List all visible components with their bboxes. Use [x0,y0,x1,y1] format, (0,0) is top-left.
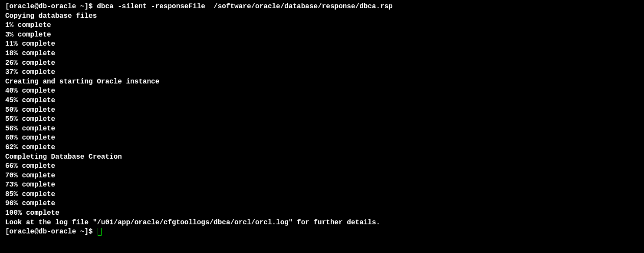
output-line: 85% complete [5,190,639,200]
output-line: 96% complete [5,199,639,209]
output-line: 56% complete [5,124,639,134]
output-line: 45% complete [5,96,639,106]
command-text: dbca -silent -responseFile /software/ora… [97,3,393,10]
output-line: 50% complete [5,106,639,115]
output-line: Look at the log file "/u01/app/oracle/cf… [5,218,639,228]
output-line: 100% complete [5,209,639,218]
output-line: 37% complete [5,68,639,77]
output-line: 60% complete [5,133,639,143]
output-line: 55% complete [5,115,639,124]
output-line: 3% complete [5,30,639,40]
output-line: Creating and starting Oracle instance [5,77,639,87]
output-line: 66% complete [5,162,639,171]
cursor-icon [98,228,102,236]
output-line: 62% complete [5,143,639,153]
output-line: 11% complete [5,40,639,49]
output-line: Completing Database Creation [5,153,639,162]
output-line: 26% complete [5,59,639,68]
output-line: 18% complete [5,49,639,59]
prompt: [oracle@db-oracle ~]$ [5,228,97,236]
output-line: 70% complete [5,171,639,181]
output-line: Copying database files [5,12,639,21]
prompt: [oracle@db-oracle ~]$ [5,3,97,10]
output-line: 40% complete [5,87,639,96]
terminal-output[interactable]: [oracle@db-oracle ~]$ dbca -silent -resp… [5,2,639,237]
output-line: 1% complete [5,21,639,30]
output-line: 73% complete [5,180,639,190]
